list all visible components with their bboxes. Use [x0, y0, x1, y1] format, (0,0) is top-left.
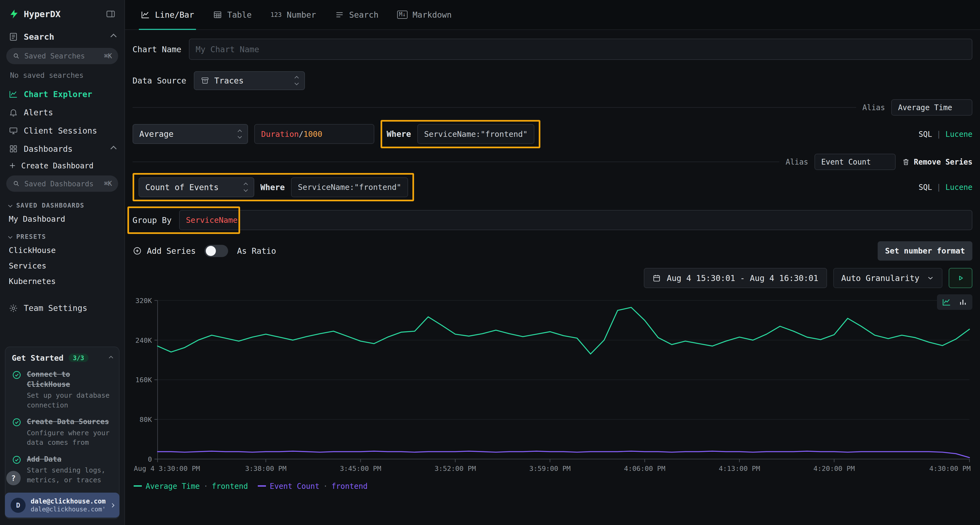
sidebar-item-label: Chart Explorer	[24, 89, 92, 99]
granularity-select[interactable]: Auto Granularity	[833, 268, 943, 288]
svg-text:160K: 160K	[135, 376, 152, 384]
chart-display-toggle	[937, 294, 973, 310]
tab-table[interactable]: Table	[204, 0, 261, 29]
data-source-select[interactable]: Traces	[194, 71, 305, 90]
toggle-knob	[206, 246, 216, 256]
check-circle-icon	[12, 455, 22, 465]
chevron-down-icon	[926, 274, 935, 282]
saved-searches-input[interactable]: Saved Searches ⌘K	[6, 48, 118, 64]
data-source-value: Traces	[214, 76, 243, 86]
create-dashboard-button[interactable]: Create Dashboard	[0, 158, 124, 174]
chevron-down-icon	[8, 203, 13, 207]
grid-icon	[9, 144, 18, 154]
tab-label: Markdown	[413, 10, 452, 20]
avatar: D	[11, 498, 25, 513]
sidebar-item-team-settings[interactable]: Team Settings	[0, 299, 124, 317]
presets-section-header[interactable]: PRESETS	[0, 227, 124, 243]
set-number-format-button[interactable]: Set number format	[878, 241, 973, 260]
tab-search[interactable]: Search	[325, 0, 388, 29]
collapse-sidebar-icon[interactable]	[106, 9, 116, 19]
step-title: Add Data	[27, 454, 113, 464]
search-section-icon	[9, 32, 18, 41]
sidebar-item-my-dashboard[interactable]: My Dashboard	[0, 211, 124, 227]
series2-alias-input[interactable]	[815, 154, 896, 170]
time-range-input[interactable]: Aug 4 15:30:01 - Aug 4 16:30:01	[644, 268, 827, 288]
tab-number[interactable]: 123 Number	[261, 0, 325, 29]
granularity-value: Auto Granularity	[841, 273, 919, 283]
series2-aggregation-select[interactable]: Count of Events	[138, 178, 254, 197]
as-ratio-toggle[interactable]	[204, 245, 228, 257]
get-started-step-sources[interactable]: Create Data Sources Configure where your…	[12, 417, 113, 447]
get-started-step-add-data[interactable]: Add Data Start sending logs, metrics, or…	[12, 454, 113, 485]
sidebar-item-chart-explorer[interactable]: Chart Explorer	[0, 85, 124, 103]
help-button[interactable]: ?	[6, 471, 21, 485]
legend-separator: ·	[204, 482, 208, 490]
sidebar-item-label: Client Sessions	[24, 126, 97, 135]
series1-field-input[interactable]: Duration/1000	[254, 124, 374, 144]
field-token: /	[299, 130, 304, 139]
bar-chart-toggle-icon[interactable]	[958, 297, 967, 306]
sidebar-item-services[interactable]: Services	[0, 258, 124, 274]
chart-svg[interactable]: 080K160K240K320KAug 4 3:30:00 PM3:38:00 …	[132, 293, 972, 481]
markdown-icon: M↓	[397, 11, 407, 19]
tab-markdown[interactable]: M↓ Markdown	[388, 0, 461, 29]
section-label-text: SAVED DASHBOARDS	[16, 202, 84, 209]
get-started-title: Get Started	[12, 353, 64, 363]
sidebar-item-alerts[interactable]: Alerts	[0, 103, 124, 122]
sidebar-item-kubernetes[interactable]: Kubernetes	[0, 274, 124, 289]
sidebar-item-client-sessions[interactable]: Client Sessions	[0, 122, 124, 140]
remove-series-button[interactable]: Remove Series	[902, 157, 972, 166]
user-menu[interactable]: D dale@clickhouse.com dale@clickhouse.co…	[5, 493, 119, 518]
add-series-button[interactable]: Add Series	[132, 246, 196, 256]
trash-icon	[902, 158, 910, 166]
sql-toggle[interactable]: SQL	[918, 130, 932, 138]
chart-line-icon	[9, 89, 18, 99]
aggregation-value: Count of Events	[145, 182, 219, 192]
sidebar-item-dashboards[interactable]: Dashboards	[0, 140, 124, 158]
series1-alias-input[interactable]	[891, 99, 972, 116]
saved-dashboards-section-header[interactable]: SAVED DASHBOARDS	[0, 195, 124, 211]
legend-entry-average-time[interactable]: Average Time · frontend	[134, 482, 248, 490]
brand[interactable]: HyperDX	[9, 9, 60, 19]
tab-line-bar[interactable]: Line/Bar	[131, 0, 204, 29]
chart-name-label: Chart Name	[132, 44, 181, 54]
saved-searches-placeholder: Saved Searches	[24, 52, 100, 60]
number-123-icon: 123	[270, 11, 282, 18]
sql-toggle[interactable]: SQL	[918, 183, 932, 192]
legend-entry-event-count[interactable]: Event Count · frontend	[258, 482, 368, 490]
sidebar-item-label: Team Settings	[24, 303, 87, 313]
search-icon	[13, 180, 20, 187]
run-query-button[interactable]	[949, 268, 972, 288]
line-chart-icon	[141, 10, 150, 19]
series2-where-input[interactable]: ServiceName:"frontend"	[291, 178, 408, 197]
main-panel: Line/Bar Table 123 Number Search M↓ Ma	[125, 0, 980, 525]
legend-dash-icon	[134, 485, 142, 487]
group-by-input[interactable]: ServiceName	[179, 210, 972, 230]
saved-dashboards-input[interactable]: Saved Dashboards ⌘K	[6, 176, 118, 192]
no-saved-searches-text: No saved searches	[0, 68, 124, 85]
svg-text:3:52:00 PM: 3:52:00 PM	[434, 465, 476, 473]
bell-icon	[9, 108, 18, 117]
get-started-step-connect[interactable]: Connect to ClickHouse Set up your databa…	[12, 370, 113, 410]
time-controls-row: Aug 4 15:30:01 - Aug 4 16:30:01 Auto Gra…	[132, 268, 973, 288]
data-source-label: Data Source	[132, 76, 186, 86]
get-started-header[interactable]: Get Started 3/3	[12, 353, 113, 363]
svg-text:Aug 4 3:30:00 PM: Aug 4 3:30:00 PM	[134, 465, 200, 473]
search-section-header[interactable]: Search	[0, 24, 124, 46]
as-ratio-label: As Ratio	[237, 246, 276, 256]
lucene-toggle[interactable]: Lucene	[945, 183, 973, 192]
series1-row: Average Duration/1000 Where ServiceName:…	[132, 120, 973, 148]
legend-series-name: Event Count	[270, 482, 319, 490]
series1-where-input[interactable]: ServiceName:"frontend"	[417, 124, 535, 144]
line-chart-toggle-icon[interactable]	[942, 297, 951, 306]
chart-name-input[interactable]	[189, 39, 973, 60]
step-desc: Configure where your data comes from	[27, 428, 113, 447]
legend-separator: ·	[323, 482, 328, 490]
gear-icon	[9, 304, 18, 313]
lucene-toggle[interactable]: Lucene	[945, 130, 973, 138]
series1-aggregation-select[interactable]: Average	[132, 124, 248, 144]
plus-circle-icon	[132, 246, 142, 255]
sidebar-item-clickhouse[interactable]: ClickHouse	[0, 243, 124, 258]
search-icon	[13, 52, 20, 60]
tab-label: Line/Bar	[155, 10, 194, 20]
